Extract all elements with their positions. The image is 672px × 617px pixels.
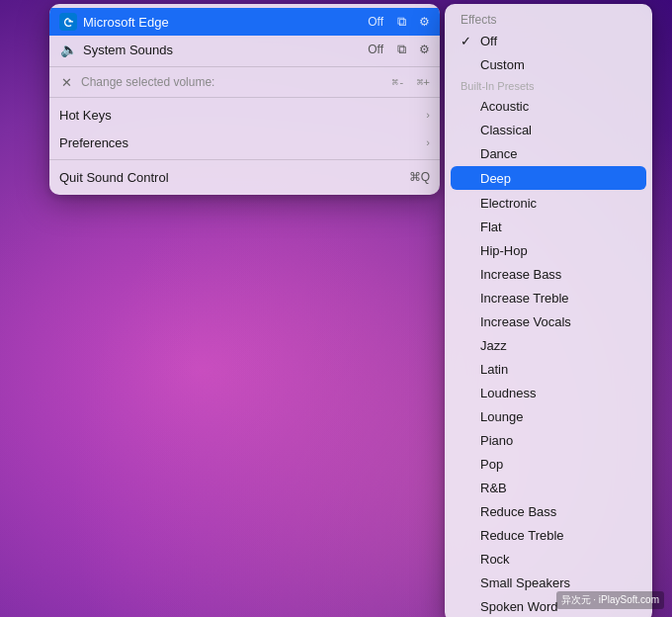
effects-item-latin[interactable]: Latin [445,357,652,381]
left-dropdown-menu: Microsoft Edge Off ⧉ ⚙ 🔈 System Sounds O… [49,4,440,195]
menu-item-quit[interactable]: Quit Sound Control ⌘Q [49,163,440,191]
effects-header: Effects [445,8,652,29]
menu-item-preferences[interactable]: Preferences › [49,129,440,156]
lounge-label: Lounge [480,409,523,424]
latin-label: Latin [480,362,508,377]
hot-keys-label: Hot Keys [59,108,426,123]
menu-item-hot-keys[interactable]: Hot Keys › [49,101,440,129]
effects-item-reduce-bass[interactable]: Reduce Bass [445,499,652,523]
system-sounds-copy-icon: ⧉ [397,42,413,57]
pop-label: Pop [480,457,503,472]
off-label: Off [480,34,497,48]
system-sounds-sliders-icon: ⚙ [419,43,430,56]
piano-label: Piano [480,433,513,448]
effects-item-dance[interactable]: Dance [445,141,652,165]
edge-copy-icon: ⧉ [397,14,413,30]
shortcut-plus: ⌘+ [417,76,430,89]
flat-label: Flat [480,220,502,234]
quit-label: Quit Sound Control [59,170,409,185]
effects-item-rock[interactable]: Rock [445,547,652,571]
effects-item-pop[interactable]: Pop [445,452,652,476]
shortcut-minus: ⌘- [392,76,405,89]
effects-panel: Effects ✓ Off Custom Built-In Presets Ac… [445,4,652,617]
effects-item-electronic[interactable]: Electronic [445,191,652,215]
small-speakers-label: Small Speakers [480,575,570,590]
deep-label: Deep [480,171,511,186]
change-volume-label: Change selected volume: [81,75,392,89]
reduce-treble-label: Reduce Treble [480,528,564,543]
acoustic-label: Acoustic [480,99,529,114]
preferences-arrow-icon: › [426,136,430,148]
increase-treble-label: Increase Treble [480,291,569,306]
check-icon-off: ✓ [461,34,476,48]
increase-bass-label: Increase Bass [480,267,561,282]
sound-icon: 🔈 [59,41,77,58]
separator-1 [49,66,440,67]
separator-2 [49,97,440,98]
edge-icon [59,13,77,31]
edge-sliders-icon: ⚙ [419,15,430,29]
custom-label: Custom [480,57,525,72]
effects-item-increase-treble[interactable]: Increase Treble [445,286,652,309]
electronic-label: Electronic [480,196,537,211]
effects-item-off[interactable]: ✓ Off [445,29,652,52]
hip-hop-label: Hip-Hop [480,243,528,258]
rnb-label: R&B [480,481,507,495]
edge-controls: Off ⧉ ⚙ [368,14,430,30]
separator-3 [49,159,440,160]
menu-item-system-sounds[interactable]: 🔈 System Sounds Off ⧉ ⚙ [49,36,440,63]
effects-item-increase-bass[interactable]: Increase Bass [445,262,652,286]
change-volume-row: ✕ Change selected volume: ⌘- ⌘+ [49,70,440,94]
quit-shortcut: ⌘Q [409,170,430,184]
edge-badge: Off [368,15,383,29]
reduce-bass-label: Reduce Bass [480,504,556,519]
spoken-word-label: Spoken Word [480,599,558,614]
preferences-label: Preferences [59,135,426,150]
menu-item-edge[interactable]: Microsoft Edge Off ⧉ ⚙ [49,8,440,36]
effects-item-acoustic[interactable]: Acoustic [445,94,652,118]
system-sounds-controls: Off ⧉ ⚙ [368,42,430,57]
rock-label: Rock [480,552,510,567]
effects-item-deep[interactable]: Deep [451,166,646,190]
close-icon[interactable]: ✕ [59,75,73,89]
dance-label: Dance [480,146,518,161]
classical-label: Classical [480,123,532,137]
built-in-presets-header: Built-In Presets [445,76,652,94]
effects-item-rnb[interactable]: R&B [445,476,652,499]
edge-label: Microsoft Edge [83,15,368,30]
effects-item-jazz[interactable]: Jazz [445,333,652,357]
effects-item-lounge[interactable]: Lounge [445,404,652,428]
watermark-text: 异次元 · iPlaySoft.com [561,594,659,605]
effects-item-flat[interactable]: Flat [445,215,652,238]
built-in-presets-label: Built-In Presets [461,80,535,92]
jazz-label: Jazz [480,338,507,353]
effects-item-reduce-treble[interactable]: Reduce Treble [445,523,652,547]
effects-item-loudness[interactable]: Loudness [445,381,652,404]
effects-item-classical[interactable]: Classical [445,118,652,141]
effects-item-piano[interactable]: Piano [445,428,652,452]
system-sounds-label: System Sounds [83,43,368,57]
watermark: 异次元 · iPlaySoft.com [556,591,664,609]
system-sounds-badge: Off [368,43,383,56]
effects-item-increase-vocals[interactable]: Increase Vocals [445,309,652,333]
effects-item-hip-hop[interactable]: Hip-Hop [445,238,652,262]
loudness-label: Loudness [480,386,536,400]
increase-vocals-label: Increase Vocals [480,314,571,329]
hot-keys-arrow-icon: › [426,109,430,121]
effects-item-custom[interactable]: Custom [445,52,652,76]
